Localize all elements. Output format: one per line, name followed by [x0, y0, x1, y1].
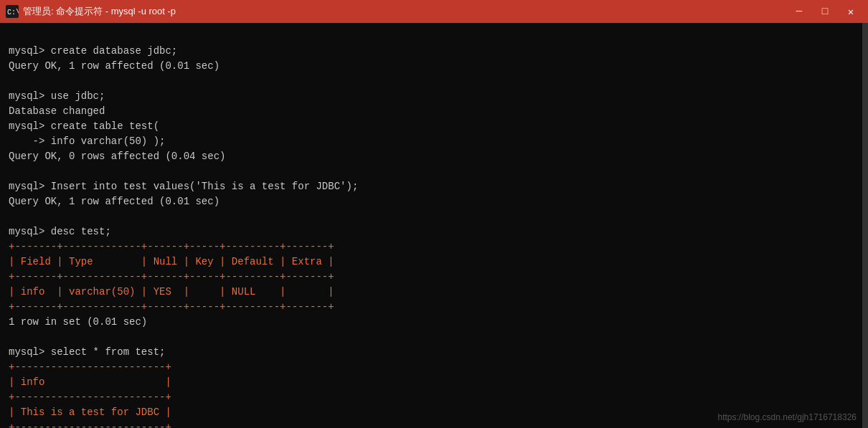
maximize-button[interactable]: □: [813, 3, 836, 20]
window-controls: ─ □ ✕: [788, 3, 862, 20]
scrollbar[interactable]: [862, 23, 868, 428]
minimize-button[interactable]: ─: [788, 3, 811, 20]
terminal-icon: C:\: [6, 5, 19, 18]
window-title: 管理员: 命令提示符 - mysql -u root -p: [23, 5, 788, 18]
scrollbar-thumb[interactable]: [862, 23, 868, 428]
close-button[interactable]: ✕: [839, 3, 862, 20]
watermark: https://blog.csdn.net/gjh1716718326: [718, 412, 857, 422]
titlebar: C:\ 管理员: 命令提示符 - mysql -u root -p ─ □ ✕: [0, 0, 868, 23]
terminal-window[interactable]: mysql> create database jdbc; Query OK, 1…: [0, 23, 868, 428]
svg-text:C:\: C:\: [7, 9, 19, 16]
terminal-output: mysql> create database jdbc; Query OK, 1…: [9, 29, 859, 428]
